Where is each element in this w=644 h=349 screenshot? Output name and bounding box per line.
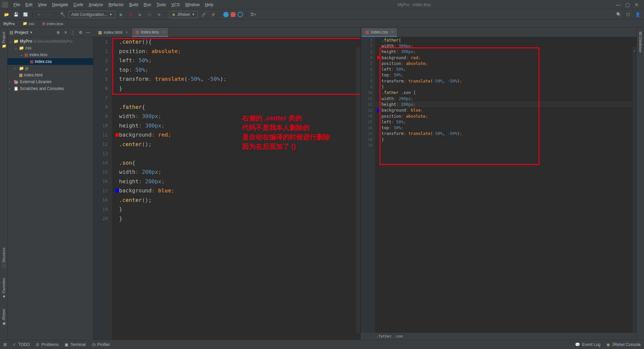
code-line[interactable]: background: blue; [119, 186, 360, 195]
tree-css-folder[interactable]: ⌄📁 css [7, 45, 93, 51]
code-line[interactable]: background: blue; [382, 108, 637, 113]
code-line[interactable]: .center(); [119, 195, 360, 205]
menu-vcs[interactable]: VCS [169, 1, 183, 8]
circle-2-icon[interactable] [237, 12, 243, 17]
hide-button[interactable]: — [85, 29, 91, 36]
close-tab-icon[interactable]: × [391, 30, 394, 34]
tab-index-less[interactable]: ▦index.less× [132, 28, 168, 37]
jrebel-debug-button[interactable]: ⚡ [209, 11, 217, 18]
menu-refactor[interactable]: Refactor [106, 1, 127, 8]
project-tree[interactable]: ⌄📁 MyPro D:\Develop\Web\MyPro ⌄📁 css ⌄▦ … [7, 37, 93, 93]
code-line[interactable] [382, 142, 637, 148]
event-log[interactable]: 💬 Event Log [575, 342, 600, 347]
gutter-left[interactable]: 1234567891011121314151617181920 [93, 37, 112, 340]
minimize-button[interactable]: — [616, 2, 621, 7]
code-line[interactable]: } [119, 205, 360, 214]
code-line[interactable]: left: 50%; [382, 66, 637, 72]
run-config-combo[interactable]: Add Configuration... ▼ [68, 11, 115, 18]
avatar-button[interactable]: 👤 [634, 11, 641, 18]
error-stripe-right[interactable]: ✓ [632, 47, 637, 333]
sync-button[interactable]: 🔄 [22, 11, 29, 18]
menu-build[interactable]: Build [127, 1, 141, 8]
code-line[interactable]: position: absolute; [119, 47, 360, 56]
tree-js-folder[interactable]: ›📁 js [7, 65, 93, 72]
side-tool-jrebel[interactable]: ◉ JRebel [1, 309, 6, 326]
close-tab-icon[interactable]: × [162, 30, 165, 34]
close-tab-icon[interactable]: × [126, 30, 128, 35]
code-line[interactable]: height: 200px; [382, 101, 637, 107]
menu-view[interactable]: View [35, 1, 49, 8]
jrebel-console[interactable]: ◉ JRebel Console [606, 342, 641, 347]
code-line[interactable]: top: 50%; [382, 72, 637, 78]
select-opened-file-button[interactable]: ⊕ [55, 29, 61, 36]
close-button[interactable]: ✕ [635, 2, 639, 7]
code-line[interactable]: left: 50%; [382, 119, 637, 125]
square-icon[interactable] [231, 12, 235, 17]
menu-analyze[interactable]: Analyze [86, 1, 106, 8]
open-button[interactable]: 📂 [3, 11, 10, 18]
translate-button[interactable]: 文A [249, 11, 257, 18]
bottom-profiler[interactable]: ◷ Profiler [92, 342, 110, 347]
build-button[interactable]: 🔨 [59, 11, 66, 18]
side-tool-structure[interactable]: ⬚ Structure [1, 248, 6, 268]
tool-window-bar-icon[interactable]: ⊞ [3, 342, 7, 347]
code-line[interactable]: left: 50%; [119, 56, 360, 65]
breadcrumb-folder[interactable]: 📁 css [23, 21, 34, 26]
circle-1-icon[interactable] [223, 12, 229, 17]
settings-button[interactable]: ⚙ [77, 29, 84, 36]
save-button[interactable]: 💾 [12, 11, 20, 18]
code-line[interactable]: width: 300px; [382, 43, 637, 49]
code-line[interactable]: background: red; [382, 55, 637, 61]
jrebel-combo[interactable]: ◉ JRebel ▼ [169, 11, 198, 18]
coverage-button[interactable]: ▶ [136, 11, 144, 18]
tree-index-css[interactable]: ▦ index.css [7, 58, 93, 65]
code-line[interactable] [119, 93, 360, 102]
code-area-right[interactable]: 12345678910111213141516171819 .father { … [361, 37, 637, 340]
stop-button[interactable]: ■ [155, 11, 163, 18]
collapse-all-button[interactable]: ⋮ [70, 29, 76, 36]
code-line[interactable]: } [382, 84, 637, 90]
search-button[interactable]: 🔍 [615, 11, 622, 18]
editor-breadcrumb-right[interactable]: .father .son [361, 333, 637, 340]
breadcrumb-project[interactable]: MyPro [3, 22, 15, 26]
side-tool-database[interactable]: 🗄 Database [639, 32, 643, 52]
tree-root[interactable]: ⌄📁 MyPro D:\Develop\Web\MyPro [7, 38, 93, 45]
back-button[interactable]: ← [36, 11, 43, 18]
updates-button[interactable]: ⬡ [624, 11, 632, 18]
code-line[interactable]: height: 200px; [119, 177, 360, 186]
menu-edit[interactable]: Edit [23, 1, 35, 8]
debug-button[interactable]: 🐞 [127, 11, 134, 18]
run-button[interactable]: ▶ [117, 11, 125, 18]
code-line[interactable]: top: 50%; [119, 65, 360, 75]
bottom-problems[interactable]: ⊘ Problems [36, 342, 59, 347]
code-line[interactable]: transform: translate(-50%, -50%); [382, 131, 637, 137]
jrebel-run-button[interactable]: 🚀 [200, 11, 207, 18]
forward-button[interactable]: → [45, 11, 52, 18]
tab-index-html[interactable]: ▦index.html× [95, 28, 132, 37]
maximize-button[interactable]: ▢ [625, 2, 630, 7]
expand-all-button[interactable]: ≡ [63, 29, 69, 36]
code-line[interactable]: width: 200px; [119, 167, 360, 177]
code-line[interactable]: } [119, 214, 360, 224]
menu-help[interactable]: Help [202, 1, 216, 8]
tree-scratches[interactable]: ›📋 Scratches and Consoles [7, 85, 93, 92]
tree-index-html[interactable]: ▦ index.html [7, 72, 93, 78]
tree-index-less[interactable]: ⌄▦ index.less [7, 51, 93, 58]
code-area-left[interactable]: 1234567891011121314151617181920 .center(… [93, 37, 360, 340]
bottom-terminal[interactable]: ▣ Terminal [65, 342, 86, 347]
breadcrumb-file[interactable]: ▦ index.less [42, 21, 63, 26]
tree-external-libraries[interactable]: ›📚 External Libraries [7, 78, 93, 85]
code-line[interactable]: height: 300px; [382, 49, 637, 55]
menu-code[interactable]: Code [71, 1, 86, 8]
code-line[interactable]: .father { [119, 102, 360, 112]
error-stripe-left[interactable] [356, 47, 360, 333]
code-line[interactable]: transform: translate(-50%, -50%); [119, 74, 360, 84]
code-line[interactable]: } [119, 84, 360, 93]
code-line[interactable]: .center() { [119, 37, 360, 47]
code-line[interactable]: position: absolute; [382, 113, 637, 119]
code-line[interactable]: position: absolute; [382, 61, 637, 66]
menu-tools[interactable]: Tools [154, 1, 169, 8]
code-line[interactable]: .son { [119, 158, 360, 168]
tab-index-css[interactable]: ▦index.css× [362, 28, 397, 37]
menu-run[interactable]: Run [141, 1, 154, 8]
